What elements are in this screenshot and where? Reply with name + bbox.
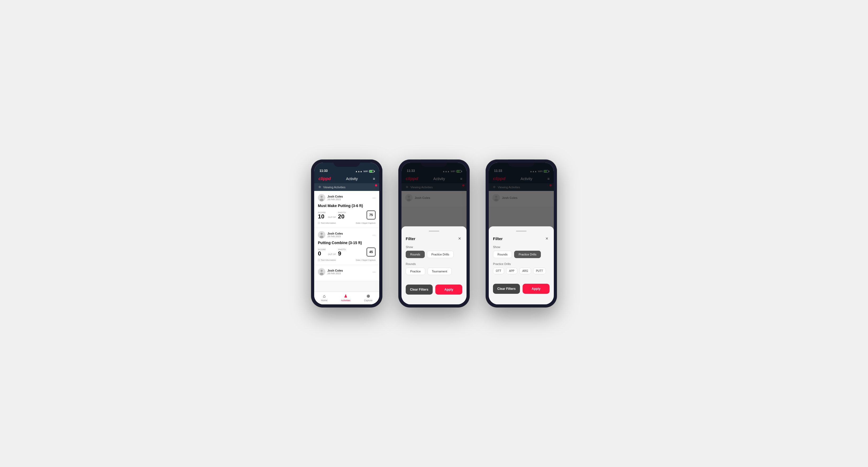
- avatar-1: [318, 194, 325, 201]
- show-buttons-2: Rounds Practice Drills: [406, 251, 462, 258]
- filter-sheet-2: Filter ✕ Show Rounds Practice Drills Rou…: [401, 226, 467, 304]
- data-source-2: Data: Clippd Capture: [356, 259, 376, 261]
- practice-drills-btn-2[interactable]: Practice Drills: [427, 251, 454, 258]
- activity-card-1[interactable]: Josh Coles 28 Feb 2023 ··· Must Make Put…: [314, 191, 379, 228]
- test-info-2: ⓘ Test Information: [318, 259, 336, 261]
- filter-overlay-2: Filter ✕ Show Rounds Practice Drills Rou…: [401, 163, 467, 304]
- logo-1: clippd: [318, 176, 331, 181]
- score-group-1: Score 10: [318, 211, 326, 219]
- show-label-3: Show: [493, 245, 550, 249]
- filter-title-2: Filter: [406, 237, 415, 241]
- ott-btn-3[interactable]: OTT: [493, 268, 504, 274]
- test-info-1: ⓘ Test Information: [318, 222, 336, 224]
- more-dots-3[interactable]: ···: [372, 270, 376, 274]
- practice-drills-btn-3[interactable]: Practice Drills: [514, 251, 541, 258]
- rounds-btn-3[interactable]: Rounds: [493, 251, 512, 258]
- nav-activities[interactable]: ♟ Activities: [341, 293, 350, 302]
- close-btn-3[interactable]: ✕: [544, 236, 550, 241]
- shots-group-1: Shots 20: [338, 211, 346, 219]
- user-details-1: Josh Coles 28 Feb 2023: [328, 195, 343, 201]
- practice-drills-section-label-3: Practice Drills: [493, 262, 550, 266]
- info-icon-2: ⓘ: [318, 259, 320, 261]
- user-details-3: Josh Coles 28 Feb 2023: [328, 269, 343, 275]
- svg-point-1: [320, 196, 323, 198]
- stats-row-2: Score 0 OUT OF Shots 9 45: [318, 248, 376, 256]
- svg-point-7: [320, 270, 323, 272]
- capture-label: Capture: [364, 299, 372, 302]
- nav-capture[interactable]: ⊕ Capture: [364, 293, 372, 302]
- more-dots-2[interactable]: ···: [372, 233, 376, 237]
- hamburger-icon-1[interactable]: ≡: [373, 177, 375, 181]
- shots-group-2: Shots 9: [338, 248, 346, 256]
- svg-point-5: [320, 236, 323, 238]
- activity-card-3[interactable]: Josh Coles 28 Feb 2023 ···: [314, 265, 379, 281]
- sq-value-2: 45: [369, 250, 373, 254]
- rounds-buttons-2: Practice Tournament: [406, 268, 462, 275]
- show-buttons-3: Rounds Practice Drills: [493, 251, 550, 258]
- status-icons-1: ▲▲▲ WiFi: [355, 170, 374, 173]
- activity-list: Josh Coles 28 Feb 2023 ··· Must Make Put…: [314, 191, 379, 292]
- user-name-2: Josh Coles: [328, 232, 343, 235]
- score-group-2: Score 0: [318, 248, 326, 256]
- nav-home[interactable]: ⌂ Home: [321, 294, 328, 302]
- sheet-handle-2: [429, 230, 439, 232]
- apply-btn-3[interactable]: Apply: [523, 284, 550, 294]
- apply-btn-2[interactable]: Apply: [435, 284, 462, 294]
- user-date-3: 28 Feb 2023: [328, 272, 343, 275]
- practice-type-btn-2[interactable]: Practice: [406, 268, 425, 275]
- activities-label: Activities: [341, 299, 350, 302]
- app-btn-3[interactable]: APP: [506, 268, 517, 274]
- arg-btn-3[interactable]: ARG: [520, 268, 531, 274]
- filter-header-2: Filter ✕: [406, 236, 462, 241]
- close-btn-2[interactable]: ✕: [457, 236, 462, 241]
- clear-filters-btn-3[interactable]: Clear Filters: [493, 284, 520, 294]
- phone-2: 11:33 ▲▲▲ WiFi clippd Activity ≡ ⚙ Viewi…: [398, 159, 470, 308]
- user-date-1: 28 Feb 2023: [328, 198, 343, 201]
- filter-header-3: Filter ✕: [493, 236, 550, 241]
- putt-btn-3[interactable]: PUTT: [533, 268, 546, 274]
- more-dots-1[interactable]: ···: [372, 196, 376, 200]
- data-source-1: Data: Clippd Capture: [356, 222, 376, 224]
- avatar-2: [318, 231, 325, 239]
- filter-sheet-3: Filter ✕ Show Rounds Practice Drills Pra…: [489, 226, 554, 304]
- clear-filters-btn-2[interactable]: Clear Filters: [406, 284, 433, 294]
- score-value-1: 10: [318, 214, 326, 219]
- viewing-bar-1[interactable]: ⚙ Viewing Activities: [314, 183, 379, 191]
- out-of-1: OUT OF: [328, 216, 336, 219]
- user-name-1: Josh Coles: [328, 195, 343, 198]
- user-info-1: Josh Coles 28 Feb 2023: [318, 194, 343, 201]
- filter-overlay-3: Filter ✕ Show Rounds Practice Drills Pra…: [489, 163, 554, 304]
- notch-1: [334, 159, 360, 167]
- out-of-2: OUT OF: [328, 253, 336, 256]
- battery-fill: [369, 170, 372, 173]
- bottom-nav-1: ⌂ Home ♟ Activities ⊕ Capture: [314, 292, 379, 304]
- user-name-3: Josh Coles: [328, 269, 343, 272]
- filter-icon-1: ⚙: [318, 185, 321, 189]
- sheet-handle-3: [516, 230, 527, 232]
- shots-value-2: 9: [338, 251, 346, 256]
- phone-inner-3: 11:33 ▲▲▲ WiFi clippd Activity ≡ ⚙ Viewi…: [489, 163, 554, 304]
- svg-point-2: [320, 198, 323, 201]
- battery-icon: [369, 170, 374, 173]
- user-details-2: Josh Coles 28 Feb 2023: [328, 232, 343, 238]
- scene: 11:33 ▲▲▲ WiFi clippd Activity ≡ ⚙ Viewi…: [295, 144, 573, 323]
- user-info-2: Josh Coles 28 Feb 2023: [318, 231, 343, 239]
- phone-1: 11:33 ▲▲▲ WiFi clippd Activity ≡ ⚙ Viewi…: [311, 159, 382, 308]
- capture-icon: ⊕: [367, 293, 370, 299]
- avatar-3: [318, 268, 325, 276]
- rounds-btn-2[interactable]: Rounds: [406, 251, 425, 258]
- shot-quality-badge-1: 75: [367, 211, 376, 219]
- status-time-1: 11:33: [319, 169, 328, 173]
- phone-inner-1: 11:33 ▲▲▲ WiFi clippd Activity ≡ ⚙ Viewi…: [314, 163, 379, 304]
- home-label: Home: [321, 299, 328, 302]
- activity-card-2[interactable]: Josh Coles 28 Feb 2023 ··· Putting Combi…: [314, 228, 379, 265]
- info-icon-1: ⓘ: [318, 222, 320, 224]
- svg-point-8: [320, 273, 323, 275]
- shot-quality-badge-2: 45: [367, 248, 376, 256]
- svg-point-4: [320, 233, 323, 235]
- tournament-btn-2[interactable]: Tournament: [427, 268, 452, 275]
- phone-inner-2: 11:33 ▲▲▲ WiFi clippd Activity ≡ ⚙ Viewi…: [401, 163, 467, 304]
- user-info-3: Josh Coles 28 Feb 2023: [318, 268, 343, 276]
- filter-actions-3: Clear Filters Apply: [493, 278, 550, 294]
- notification-dot-1: [375, 184, 377, 186]
